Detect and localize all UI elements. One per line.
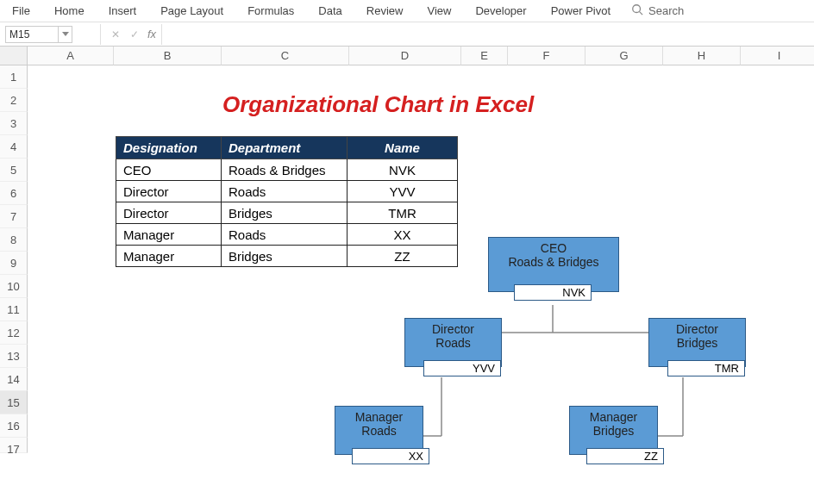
sheet-area: A B C D E F G H I 1 2 3 4 5 6 7 8 9 10 1…: [0, 47, 814, 504]
col-header[interactable]: F: [508, 47, 585, 65]
cell[interactable]: Roads: [222, 224, 348, 246]
org-department: Bridges: [649, 336, 745, 355]
cell[interactable]: TMR: [348, 202, 458, 224]
header-designation: Designation: [116, 137, 222, 159]
tab-power-pivot[interactable]: Power Pivot: [539, 1, 623, 21]
svg-line-1: [640, 12, 643, 16]
tab-developer[interactable]: Developer: [463, 1, 538, 21]
row-header[interactable]: 15: [0, 391, 28, 414]
col-header[interactable]: B: [114, 47, 222, 65]
header-department: Department: [222, 137, 348, 159]
table-row: Manager Bridges ZZ: [116, 246, 458, 267]
org-designation: Manager: [570, 410, 657, 424]
tab-formulas[interactable]: Formulas: [235, 1, 306, 21]
formula-bar: ✕ ✓ fx: [0, 22, 814, 47]
tab-review[interactable]: Review: [354, 1, 416, 21]
org-name-tag: YVV: [423, 360, 501, 376]
svg-point-0: [633, 5, 641, 13]
org-designation: Director: [649, 322, 745, 336]
row-header[interactable]: 9: [0, 252, 28, 275]
cell[interactable]: Roads: [222, 181, 348, 202]
cell[interactable]: XX: [348, 224, 458, 246]
row-header[interactable]: 1: [0, 65, 28, 89]
row-header[interactable]: 11: [0, 298, 28, 321]
col-header[interactable]: A: [28, 47, 114, 65]
tab-home[interactable]: Home: [42, 1, 97, 21]
cell[interactable]: CEO: [116, 159, 222, 181]
select-all-corner[interactable]: [0, 47, 28, 65]
search-icon: [631, 3, 643, 18]
enter-icon: ✓: [125, 28, 144, 40]
cell[interactable]: ZZ: [348, 246, 458, 267]
row-header[interactable]: 2: [0, 89, 28, 112]
col-header[interactable]: E: [461, 47, 508, 65]
fx-icon[interactable]: fx: [144, 28, 156, 40]
col-header[interactable]: I: [741, 47, 814, 65]
row-headers: 1 2 3 4 5 6 7 8 9 10 11 12 13 14 15 16 1…: [0, 65, 28, 453]
header-name: Name: [348, 137, 458, 159]
cell[interactable]: NVK: [348, 159, 458, 181]
tab-view[interactable]: View: [415, 1, 463, 21]
cell[interactable]: Roads & Bridges: [222, 159, 348, 181]
ribbon-tabs: File Home Insert Page Layout Formulas Da…: [0, 0, 814, 22]
row-header[interactable]: 14: [0, 368, 28, 391]
cell[interactable]: Director: [116, 202, 222, 224]
org-name-tag: NVK: [514, 284, 592, 301]
row-header[interactable]: 13: [0, 345, 28, 368]
col-header[interactable]: G: [585, 47, 663, 65]
worksheet-grid[interactable]: Organizational Chart in Excel Designatio…: [28, 65, 814, 504]
table-row: Manager Roads XX: [116, 224, 458, 246]
row-header[interactable]: 3: [0, 112, 28, 135]
org-name-tag: ZZ: [586, 448, 664, 464]
col-header[interactable]: D: [349, 47, 461, 65]
org-department: Roads: [335, 424, 423, 443]
table-header-row: Designation Department Name: [116, 137, 458, 159]
page-title: Organizational Chart in Excel: [222, 91, 534, 118]
org-department: Bridges: [570, 424, 657, 443]
table-row: CEO Roads & Bridges NVK: [116, 159, 458, 181]
org-name-tag: TMR: [667, 360, 745, 376]
cell[interactable]: Bridges: [222, 246, 348, 267]
name-box[interactable]: [5, 26, 59, 43]
org-designation: Manager: [335, 410, 423, 424]
row-header[interactable]: 5: [0, 159, 28, 182]
org-department: Roads: [405, 336, 501, 355]
row-header[interactable]: 8: [0, 228, 28, 252]
cell[interactable]: Manager: [116, 246, 222, 267]
name-box-dropdown[interactable]: [59, 26, 72, 43]
search-box[interactable]: Search: [623, 3, 684, 18]
row-header[interactable]: 4: [0, 135, 28, 159]
row-header[interactable]: 16: [0, 414, 28, 438]
tab-page-layout[interactable]: Page Layout: [148, 1, 235, 21]
search-label: Search: [648, 4, 684, 17]
data-table: Designation Department Name CEO Roads & …: [116, 136, 458, 267]
table-row: Director Roads YVV: [116, 181, 458, 202]
row-header[interactable]: 10: [0, 275, 28, 298]
tab-data[interactable]: Data: [306, 1, 354, 21]
column-headers: A B C D E F G H I: [28, 47, 814, 65]
org-department: Roads & Bridges: [489, 255, 618, 274]
tab-file[interactable]: File: [0, 1, 42, 21]
org-designation: Director: [405, 322, 501, 336]
col-header[interactable]: C: [222, 47, 349, 65]
cell[interactable]: Director: [116, 181, 222, 202]
row-header[interactable]: 12: [0, 321, 28, 345]
row-header[interactable]: 7: [0, 205, 28, 228]
cancel-icon: ✕: [106, 28, 125, 40]
row-header[interactable]: 17: [0, 438, 28, 453]
row-header[interactable]: 6: [0, 182, 28, 205]
org-name-tag: XX: [352, 448, 429, 464]
org-designation: CEO: [489, 241, 618, 255]
col-header[interactable]: H: [663, 47, 741, 65]
table-row: Director Bridges TMR: [116, 202, 458, 224]
tab-insert[interactable]: Insert: [97, 1, 149, 21]
cell[interactable]: YVV: [348, 181, 458, 202]
cell[interactable]: Bridges: [222, 202, 348, 224]
cell[interactable]: Manager: [116, 224, 222, 246]
